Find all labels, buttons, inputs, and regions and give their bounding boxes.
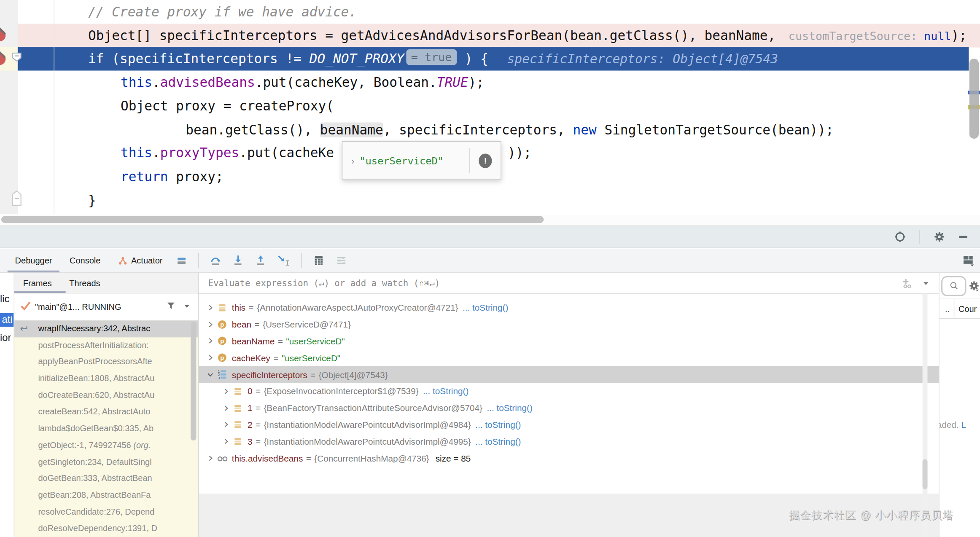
variable-row[interactable]: pcacheKey="userServiceD" [199, 349, 939, 366]
variable-row[interactable]: 3={InstantiationModelAwarePointcutAdviso… [199, 433, 939, 450]
stack-frame-row[interactable]: postProcessAfterInitialization: [14, 337, 198, 354]
search-field[interactable] [941, 276, 966, 295]
tostring-link[interactable]: ... toString() [487, 403, 532, 413]
array-icon: 123 [217, 369, 229, 380]
object-icon [232, 386, 245, 397]
chevron-right-icon[interactable] [222, 438, 231, 446]
tab-console[interactable]: Console [61, 249, 109, 272]
evaluate-expression-bar[interactable]: Evaluate expression (↵) or add a watch (… [199, 273, 939, 294]
editor-gutter[interactable] [0, 0, 17, 214]
chevron-right-icon[interactable] [206, 337, 215, 345]
memory-load-link[interactable]: L [961, 420, 966, 430]
chevron-right-icon[interactable] [222, 387, 231, 395]
object-icon [232, 436, 245, 447]
debugger-value-popup[interactable]: › "userServiceD" ! [342, 141, 501, 180]
ide-window: // Create proxy if we have advice.Object… [0, 0, 980, 537]
stack-frame-row[interactable]: ↩wrapIfNecessary:342, Abstrac [14, 320, 198, 337]
chevron-right-icon[interactable] [206, 354, 215, 362]
tostring-link[interactable]: ... toString() [475, 420, 521, 430]
editor-horizontal-scrollbar[interactable] [0, 215, 980, 225]
variable-row[interactable]: pbeanName="userServiceD" [199, 333, 939, 349]
scrollbar-thumb[interactable] [1, 216, 544, 223]
fold-region-marker-icon[interactable] [12, 191, 22, 209]
svg-text:3: 3 [218, 376, 220, 380]
editor-vertical-scrollbar[interactable] [969, 59, 979, 139]
chevron-right-icon[interactable] [206, 320, 215, 328]
stack-frame-row[interactable]: initializeBean:1808, AbstractAu [14, 371, 198, 387]
info-badge-icon[interactable]: ! [479, 153, 492, 168]
stack-frame-row[interactable]: doResolveDependency:1391, D [14, 521, 198, 537]
chevron-right-icon[interactable] [222, 421, 231, 429]
run-to-cursor-icon[interactable] [277, 255, 290, 266]
tab-actuator[interactable]: Actuator [109, 249, 171, 272]
memory-status-text: aded. L [939, 420, 966, 430]
target-icon[interactable] [894, 231, 906, 242]
stack-frame-row[interactable]: resolveCandidate:276, Depend [14, 504, 198, 521]
chevron-right-icon[interactable] [222, 404, 231, 412]
chevron-right-icon[interactable] [206, 303, 215, 311]
evaluate-expression-icon[interactable] [313, 255, 325, 266]
stack-frame-row[interactable]: createBean:542, AbstractAuto [14, 404, 198, 421]
collection-size: size = 85 [436, 453, 471, 463]
code-line[interactable]: Object[] specificInterceptors = getAdvic… [0, 24, 980, 47]
variables-list: this={AnnotationAwareAspectJAutoProxyCre… [199, 299, 939, 467]
minimize-icon[interactable] [958, 231, 969, 242]
step-over-icon[interactable] [210, 255, 221, 266]
variable-row[interactable]: this.advisedBeans={ConcurrentHashMap@473… [199, 450, 939, 467]
step-into-icon[interactable] [233, 255, 244, 266]
code-editor[interactable]: // Create proxy if we have advice.Object… [0, 0, 980, 225]
inline-debugger-hint: specificInterceptors: Object[4]@7543 [507, 51, 778, 67]
watermark: 掘金技术社区 @ 小小程序员贝塔 [789, 508, 954, 522]
parameter-icon: p [217, 352, 229, 363]
tab-threads[interactable]: Threads [60, 273, 109, 293]
code-line[interactable]: this.advisedBeans.put(cacheKey, Boolean.… [0, 71, 980, 94]
add-watch-icon[interactable] [902, 278, 913, 288]
code-line[interactable]: bean.getClass(), beanName, specificInter… [0, 118, 980, 141]
tab-debugger[interactable]: Debugger [6, 249, 61, 272]
stack-frame-row[interactable]: applyBeanPostProcessorsAfte [14, 354, 198, 371]
stack-frame-row[interactable]: getBean:208, AbstractBeanFa [14, 487, 198, 504]
tostring-link[interactable]: ... toString() [423, 387, 468, 397]
stack-frame-row[interactable]: getSingleton:234, DefaultSingl [14, 454, 198, 471]
variable-row[interactable]: 2={InstantiationModelAwarePointcutAdviso… [199, 416, 939, 433]
view-mode-icon[interactable] [176, 255, 187, 266]
frames-scrollbar[interactable] [191, 322, 196, 440]
tostring-link[interactable]: ... toString() [475, 437, 521, 447]
tab-frames[interactable]: Frames [14, 273, 60, 293]
variable-row[interactable]: 1={BeanFactoryTransactionAttributeSource… [199, 400, 939, 416]
clipped-text: lic [0, 294, 9, 305]
stack-frame-row[interactable]: doCreateBean:620, AbstractAu [14, 387, 198, 404]
filter-icon[interactable] [166, 301, 175, 312]
step-out-icon[interactable] [255, 255, 267, 266]
code-line[interactable]: } [0, 188, 980, 212]
chevron-down-icon[interactable] [206, 371, 215, 379]
layout-settings-icon[interactable] [962, 254, 975, 267]
variable-row[interactable]: 123specificInterceptors={Object[4]@7543} [199, 366, 939, 383]
stack-frame-row[interactable]: lambda$doGetBean$0:335, Ab [14, 421, 198, 438]
gear-icon[interactable] [969, 280, 979, 291]
expand-chevron-icon[interactable]: › [351, 155, 354, 166]
chevron-down-icon[interactable] [922, 279, 930, 287]
gear-icon[interactable] [934, 231, 945, 242]
code-line[interactable]: if (specificInterceptors != DO_NOT_PROXY… [0, 47, 980, 71]
popup-value: "userServiceD" [359, 155, 469, 166]
mute-breakpoints-icon[interactable] [336, 255, 347, 266]
thread-selector[interactable]: "main"@1... RUNNING [14, 294, 198, 321]
variable-row[interactable]: 0={ExposeInvocationInterceptor$1@7539}..… [199, 383, 939, 400]
chevron-down-icon[interactable] [183, 302, 191, 311]
variable-row[interactable]: pbean={UserServiceD@7471} [199, 316, 939, 333]
watch-icon [217, 453, 229, 464]
stack-frame-row[interactable]: getObject:-1, 749927456 (org. [14, 437, 198, 454]
variables-scrollbar-track[interactable] [923, 294, 928, 537]
chevron-right-icon[interactable] [206, 454, 215, 462]
variable-value: "userServiceD" [282, 353, 340, 363]
tostring-link[interactable]: ... toString() [463, 303, 508, 313]
execution-point-marker-icon[interactable] [12, 52, 22, 64]
variable-row[interactable]: this={AnnotationAwareAspectJAutoProxyCre… [199, 299, 939, 316]
stack-frame-row[interactable]: doGetBean:333, AbstractBean [14, 470, 198, 487]
code-line[interactable]: Object proxy = createProxy( [0, 94, 980, 118]
code-line[interactable]: // Create proxy if we have advice. [0, 0, 980, 24]
variables-scrollbar-thumb[interactable] [923, 459, 928, 489]
memory-table-header[interactable]: .. Cour [940, 299, 980, 319]
variable-name: 1 [248, 403, 253, 413]
